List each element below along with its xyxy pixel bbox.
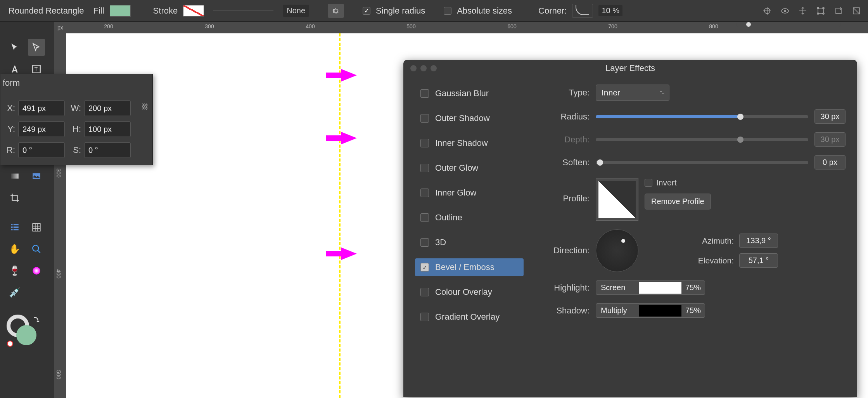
fill-label: Fill xyxy=(93,6,104,16)
svg-point-3 xyxy=(782,9,788,13)
fx-item-colour-overlay[interactable]: Colour Overlay xyxy=(415,283,524,301)
fx-item-gradient-overlay[interactable]: Gradient Overlay xyxy=(415,308,524,326)
fx-elevation-value[interactable]: 57,1 ° xyxy=(739,253,778,268)
corner-value[interactable]: 10 % xyxy=(598,5,622,16)
fx-remove-profile-button[interactable]: Remove Profile xyxy=(645,194,711,209)
stroke-width-slider[interactable] xyxy=(213,10,273,11)
stroke-settings-button[interactable] xyxy=(328,4,344,18)
shape-type-label: Rounded Rectangle xyxy=(5,6,88,16)
fx-item-3d[interactable]: 3D xyxy=(415,234,524,251)
absolute-sizes-checkbox[interactable] xyxy=(444,7,451,15)
fx-type-select[interactable]: Inner xyxy=(596,85,669,101)
annotation-arrow xyxy=(341,132,357,144)
fx-title: Layer Effects xyxy=(605,63,655,73)
move-tool[interactable] xyxy=(6,39,23,56)
window-min-icon[interactable] xyxy=(420,65,427,71)
fx-item-inner-glow[interactable]: Inner Glow xyxy=(415,184,524,202)
annotation-arrow xyxy=(341,69,357,81)
svg-rect-19 xyxy=(14,227,19,228)
fx-azimuth-value[interactable]: 133,9 ° xyxy=(739,234,778,248)
svg-rect-20 xyxy=(11,229,12,230)
svg-point-27 xyxy=(33,245,38,251)
corner-preview[interactable] xyxy=(572,4,593,18)
stroke-width-value[interactable]: None xyxy=(283,5,309,17)
color-wheel-tool[interactable] xyxy=(28,262,45,279)
fx-depth-value: 30 px xyxy=(814,132,846,147)
window-max-icon[interactable] xyxy=(431,65,437,71)
svg-point-4 xyxy=(784,10,786,12)
pan-tool[interactable]: ✋ xyxy=(6,241,23,258)
svg-point-32 xyxy=(7,341,13,346)
svg-rect-15 xyxy=(33,173,40,179)
link-wh-icon[interactable]: ⛓ xyxy=(142,103,149,111)
svg-rect-14 xyxy=(11,174,19,179)
fx-soften-value[interactable]: 0 px xyxy=(814,155,846,170)
fx-list: Gaussian Blur Outer Shadow Inner Shadow … xyxy=(415,85,524,326)
fx-item-outer-shadow[interactable]: Outer Shadow xyxy=(415,109,524,127)
table-tool[interactable] xyxy=(28,219,45,236)
fx-item-bevel-emboss[interactable]: Bevel / Emboss xyxy=(415,258,524,276)
list-tool[interactable] xyxy=(6,219,23,236)
annotation-arrow xyxy=(341,247,357,260)
transform-x-input[interactable] xyxy=(18,100,65,116)
fx-item-outer-glow[interactable]: Outer Glow xyxy=(415,159,524,177)
fx-highlight-blend[interactable]: Screen 75% xyxy=(596,280,705,295)
corner-label: Corner: xyxy=(538,6,567,16)
fx-soften-slider[interactable] xyxy=(596,161,808,164)
fx-direction-wheel[interactable] xyxy=(596,229,638,272)
guide-vertical[interactable] xyxy=(339,33,341,398)
picture-tool[interactable] xyxy=(28,168,45,185)
fx-item-outline[interactable]: Outline xyxy=(415,209,524,227)
fx-invert-checkbox[interactable] xyxy=(645,179,652,187)
layer-effects-panel: Layer Effects Gaussian Blur Outer Shadow… xyxy=(403,60,857,397)
svg-point-29 xyxy=(33,267,40,275)
stroke-swatch[interactable] xyxy=(183,5,204,17)
color-swap-icon[interactable] xyxy=(6,313,41,348)
svg-rect-21 xyxy=(14,229,19,230)
transform-panel: form ⛓ X: W: Y: H: R: S: xyxy=(0,74,153,165)
show-all-icon[interactable] xyxy=(778,4,792,18)
crop-tool[interactable] xyxy=(6,189,23,206)
fx-item-inner-shadow[interactable]: Inner Shadow xyxy=(415,134,524,152)
gear-icon xyxy=(332,7,340,15)
top-zoom-slider[interactable] xyxy=(736,22,841,27)
transform-s-input[interactable] xyxy=(84,142,131,158)
transform-title: form xyxy=(3,78,20,88)
svg-rect-22 xyxy=(33,223,40,231)
svg-text:T: T xyxy=(35,66,38,72)
eyedropper-tool[interactable]: 💉 xyxy=(6,284,23,301)
snap-icon[interactable] xyxy=(849,4,863,18)
svg-point-31 xyxy=(16,325,36,345)
fx-shadow-blend[interactable]: Multiply 75% xyxy=(596,303,705,318)
fx-profile-preview[interactable] xyxy=(596,178,638,221)
gradient-tool[interactable] xyxy=(6,168,23,185)
fx-radius-slider[interactable] xyxy=(596,115,808,118)
window-close-icon[interactable] xyxy=(410,65,417,71)
align-center-icon[interactable] xyxy=(760,4,774,18)
svg-rect-18 xyxy=(11,227,12,228)
single-radius-checkbox[interactable] xyxy=(363,7,370,15)
fx-item-gaussian-blur[interactable]: Gaussian Blur xyxy=(415,85,524,102)
glass-tool[interactable]: 🍷 xyxy=(6,262,23,279)
transform-r-input[interactable] xyxy=(18,142,65,158)
context-toolbar: Rounded Rectangle Fill Stroke None Singl… xyxy=(0,0,868,22)
svg-rect-17 xyxy=(14,224,19,225)
fill-swatch[interactable] xyxy=(110,5,131,17)
fx-highlight-color[interactable] xyxy=(639,282,681,294)
transform-box-icon[interactable] xyxy=(814,4,828,18)
transform-w-input[interactable] xyxy=(84,100,131,116)
absolute-sizes-label: Absolute sizes xyxy=(457,6,512,16)
single-radius-label: Single radius xyxy=(376,6,425,16)
zoom-tool[interactable] xyxy=(28,241,45,258)
fx-radius-value[interactable]: 30 px xyxy=(814,109,846,124)
ruler-unit-label: px xyxy=(57,24,63,31)
fx-depth-slider[interactable] xyxy=(596,138,808,141)
cycle-box-icon[interactable] xyxy=(832,4,846,18)
move-icon[interactable] xyxy=(796,4,810,18)
svg-line-28 xyxy=(38,250,40,253)
fx-shadow-color[interactable] xyxy=(639,305,681,317)
transform-y-input[interactable] xyxy=(18,121,65,137)
svg-rect-5 xyxy=(818,8,823,14)
node-tool[interactable] xyxy=(28,39,45,56)
transform-h-input[interactable] xyxy=(84,121,131,137)
